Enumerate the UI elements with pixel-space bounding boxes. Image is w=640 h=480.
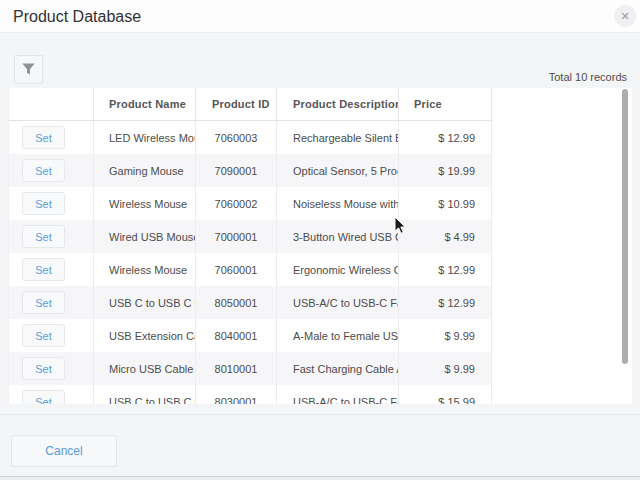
table-row: Set LED Wireless Mouse 7060003 Rechargea… — [9, 121, 492, 154]
vertical-scrollbar[interactable] — [622, 89, 628, 364]
set-button[interactable]: Set — [22, 225, 65, 248]
product-price-cell: $ 4.99 — [399, 220, 492, 253]
column-header-price: Price — [399, 88, 492, 121]
product-price-cell: $ 12.99 — [399, 121, 492, 154]
cancel-button[interactable]: Cancel — [11, 435, 117, 467]
product-id-cell: 8040001 — [196, 319, 277, 352]
set-button[interactable]: Set — [22, 159, 65, 182]
modal-titlebar: Product Database ✕ — [0, 0, 640, 33]
table-row: Set USB C to USB C Cable 8050001 USB-A/C… — [9, 286, 492, 319]
column-header-id: Product ID — [196, 88, 277, 121]
product-name-cell: LED Wireless Mouse — [94, 121, 196, 154]
table-row: Set USB C to USB C Cable 8030001 USB-A/C… — [9, 385, 492, 404]
table-row: Set USB Extension Cable 1 8040001 A-Male… — [9, 319, 492, 352]
product-name-cell: USB C to USB C Cable — [94, 286, 196, 319]
product-id-cell: 8030001 — [196, 385, 277, 404]
column-header-name: Product Name — [94, 88, 196, 121]
product-description-cell: 3-Button Wired USB Computer Mouse — [277, 220, 399, 253]
product-name-cell: USB C to USB C Cable — [94, 385, 196, 404]
set-button[interactable]: Set — [22, 291, 65, 314]
set-button[interactable]: Set — [22, 192, 65, 215]
product-name-cell: Wired USB Mouse — [94, 220, 196, 253]
product-id-cell: 8010001 — [196, 352, 277, 385]
close-icon[interactable]: ✕ — [614, 5, 636, 27]
set-button[interactable]: Set — [22, 324, 65, 347]
product-price-cell: $ 15.99 — [399, 385, 492, 404]
product-id-cell: 7090001 — [196, 154, 277, 187]
set-button[interactable]: Set — [22, 357, 65, 380]
set-button[interactable]: Set — [22, 126, 65, 149]
product-database-modal: Product Database ✕ Total 10 records Prod… — [0, 0, 640, 480]
product-table: Product Name Product ID Product Descript… — [8, 88, 632, 404]
product-id-cell: 7060001 — [196, 253, 277, 286]
product-id-cell: 7060003 — [196, 121, 277, 154]
product-id-cell: 7000001 — [196, 220, 277, 253]
product-name-cell: Wireless Mouse — [94, 187, 196, 220]
product-name-cell: Wireless Mouse — [94, 253, 196, 286]
product-price-cell: $ 10.99 — [399, 187, 492, 220]
set-button[interactable]: Set — [22, 258, 65, 281]
product-description-cell: Fast Charging Cable Aluminum — [277, 352, 399, 385]
product-name-cell: Gaming Mouse — [94, 154, 196, 187]
product-description-cell: USB-A/C to USB-C Fast Charging Cable — [277, 385, 399, 404]
table-row: Set Wired USB Mouse 7000001 3-Button Wir… — [9, 220, 492, 253]
table-row: Set Wireless Mouse 7060002 Noiseless Mou… — [9, 187, 492, 220]
product-description-cell: Noiseless Mouse with USB Receiver — [277, 187, 399, 220]
product-description-cell: Rechargeable Silent Bluetooth Mouse — [277, 121, 399, 154]
table-row: Set Gaming Mouse 7090001 Optical Sensor,… — [9, 154, 492, 187]
product-price-cell: $ 19.99 — [399, 154, 492, 187]
product-name-cell: Micro USB Cable — [94, 352, 196, 385]
total-records-label: Total 10 records — [549, 71, 627, 83]
product-description-cell: A-Male to Female USB 3.0 Extension Cable — [277, 319, 399, 352]
product-price-cell: $ 9.99 — [399, 319, 492, 352]
filter-button[interactable] — [14, 55, 43, 84]
product-price-cell: $ 9.99 — [399, 352, 492, 385]
table-row: Set Micro USB Cable 8010001 Fast Chargin… — [9, 352, 492, 385]
page-title: Product Database — [13, 0, 141, 33]
product-description-cell: USB-A/C to USB-C Fast Charging Cable — [277, 286, 399, 319]
column-header-set — [9, 88, 94, 121]
product-description-cell: Ergonomic Wireless Optical Mouse — [277, 253, 399, 286]
product-id-cell: 7060002 — [196, 187, 277, 220]
product-description-cell: Optical Sensor, 5 Programmable Buttons — [277, 154, 399, 187]
table-row: Set Wireless Mouse 7060001 Ergonomic Wir… — [9, 253, 492, 286]
footer-divider — [0, 414, 640, 415]
product-price-cell: $ 12.99 — [399, 286, 492, 319]
table-header-row: Product Name Product ID Product Descript… — [9, 88, 492, 121]
product-id-cell: 8050001 — [196, 286, 277, 319]
column-header-description: Product Description — [277, 88, 399, 121]
product-name-cell: USB Extension Cable 1 — [94, 319, 196, 352]
set-button[interactable]: Set — [22, 390, 65, 404]
filter-funnel-icon — [21, 62, 36, 77]
product-price-cell: $ 12.99 — [399, 253, 492, 286]
